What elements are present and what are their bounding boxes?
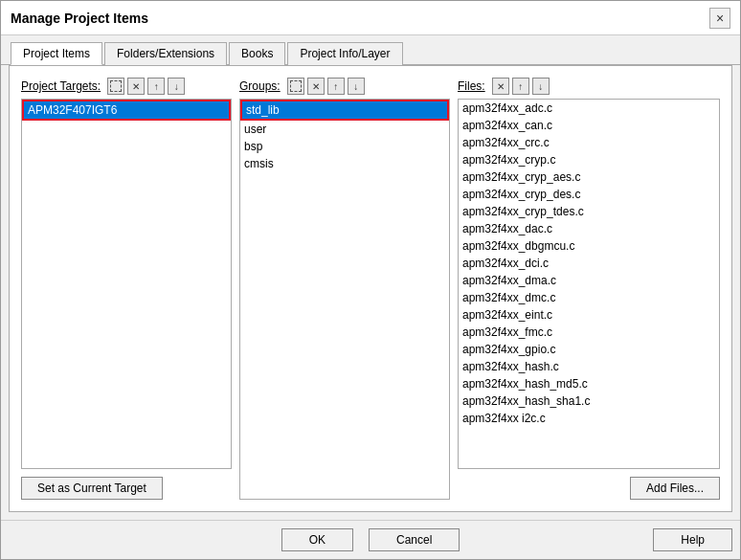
tab-project-items[interactable]: Project Items xyxy=(11,42,102,65)
groups-new-button[interactable] xyxy=(287,78,304,95)
file-item[interactable]: apm32f4xx_hash_sha1.c xyxy=(459,392,719,410)
file-item[interactable]: apm32f4xx_cryp_tdes.c xyxy=(459,203,719,220)
file-item[interactable]: apm32f4xx_dac.c xyxy=(459,220,719,237)
group-item[interactable]: bsp xyxy=(240,138,449,155)
bottom-bar: OK Cancel Help xyxy=(1,520,740,559)
file-item[interactable]: apm32f4xx i2c.c xyxy=(459,410,719,427)
help-button-container: Help xyxy=(653,528,732,551)
file-item[interactable]: apm32f4xx_crc.c xyxy=(459,134,719,151)
targets-down-button[interactable]: ↓ xyxy=(168,78,185,95)
panels-row: Project Targets: ✕ ↑ ↓ APM32F407IGT6 Set… xyxy=(21,78,720,500)
file-item[interactable]: apm32f4xx_cryp_aes.c xyxy=(459,168,719,186)
group-item[interactable]: std_lib xyxy=(240,100,449,121)
file-item[interactable]: apm32f4xx_hash.c xyxy=(459,358,719,375)
groups-listbox[interactable]: std_libuserbspcmsis xyxy=(239,99,450,500)
groups-new-icon xyxy=(290,80,302,92)
tabs-bar: Project Items Folders/Extensions Books P… xyxy=(1,35,740,65)
targets-label: Project Targets: xyxy=(21,79,101,93)
targets-up-button[interactable]: ↑ xyxy=(147,78,165,95)
cancel-button[interactable]: Cancel xyxy=(369,528,460,551)
file-item[interactable]: apm32f4xx_gpio.c xyxy=(459,341,719,358)
bottom-bar-inner: OK Cancel Help xyxy=(9,528,732,551)
file-item[interactable]: apm32f4xx_cryp.c xyxy=(459,151,719,168)
content-area: Project Targets: ✕ ↑ ↓ APM32F407IGT6 Set… xyxy=(9,65,732,512)
targets-panel: Project Targets: ✕ ↑ ↓ APM32F407IGT6 Set… xyxy=(21,78,232,500)
bottom-center-buttons: OK Cancel xyxy=(281,528,460,551)
files-panel: Files: ✕ ↑ ↓ apm32f4xx_adc.capm32f4xx_ca… xyxy=(458,78,720,500)
file-item[interactable]: apm32f4xx_dmc.c xyxy=(459,289,719,306)
files-listbox[interactable]: apm32f4xx_adc.capm32f4xx_can.capm32f4xx_… xyxy=(458,99,720,469)
files-header: Files: ✕ ↑ ↓ xyxy=(458,78,720,95)
file-item[interactable]: apm32f4xx_hash_md5.c xyxy=(459,375,719,392)
add-files-button[interactable]: Add Files... xyxy=(630,477,720,500)
groups-delete-button[interactable]: ✕ xyxy=(307,78,325,95)
close-button[interactable]: × xyxy=(709,8,730,29)
groups-header: Groups: ✕ ↑ ↓ xyxy=(239,78,450,95)
set-current-target-button[interactable]: Set as Current Target xyxy=(21,477,163,500)
files-delete-button[interactable]: ✕ xyxy=(492,78,509,95)
manage-project-items-window: Manage Project Items × Project Items Fol… xyxy=(0,0,741,560)
window-title: Manage Project Items xyxy=(11,11,148,26)
groups-panel: Groups: ✕ ↑ ↓ std_libuserbspcmsis xyxy=(239,78,450,500)
targets-header: Project Targets: ✕ ↑ ↓ xyxy=(21,78,232,95)
targets-footer: Set as Current Target xyxy=(21,477,232,500)
file-item[interactable]: apm32f4xx_adc.c xyxy=(459,100,719,117)
tab-project-info-layer[interactable]: Project Info/Layer xyxy=(287,42,402,65)
file-item[interactable]: apm32f4xx_dma.c xyxy=(459,272,719,289)
file-item[interactable]: apm32f4xx_fmc.c xyxy=(459,324,719,341)
groups-label: Groups: xyxy=(239,79,281,93)
file-item[interactable]: apm32f4xx_dbgmcu.c xyxy=(459,237,719,255)
tab-folders-extensions[interactable]: Folders/Extensions xyxy=(104,42,227,65)
targets-new-button[interactable] xyxy=(107,78,124,95)
files-down-button[interactable]: ↓ xyxy=(532,78,550,95)
files-footer: Add Files... xyxy=(458,477,720,500)
targets-listbox[interactable]: APM32F407IGT6 xyxy=(21,99,232,469)
targets-new-icon xyxy=(110,80,122,92)
help-button[interactable]: Help xyxy=(653,528,732,551)
group-item[interactable]: cmsis xyxy=(240,155,449,172)
groups-up-button[interactable]: ↑ xyxy=(327,78,345,95)
target-item[interactable]: APM32F407IGT6 xyxy=(22,100,231,121)
files-up-button[interactable]: ↑ xyxy=(512,78,529,95)
groups-down-button[interactable]: ↓ xyxy=(348,78,365,95)
ok-button[interactable]: OK xyxy=(281,528,353,551)
file-item[interactable]: apm32f4xx_can.c xyxy=(459,117,719,134)
file-item[interactable]: apm32f4xx_dci.c xyxy=(459,255,719,272)
file-item[interactable]: apm32f4xx_cryp_des.c xyxy=(459,186,719,203)
title-bar: Manage Project Items × xyxy=(1,1,740,35)
tab-books[interactable]: Books xyxy=(229,42,285,65)
files-label: Files: xyxy=(458,79,485,93)
targets-delete-button[interactable]: ✕ xyxy=(127,78,145,95)
file-item[interactable]: apm32f4xx_eint.c xyxy=(459,306,719,324)
group-item[interactable]: user xyxy=(240,121,449,138)
